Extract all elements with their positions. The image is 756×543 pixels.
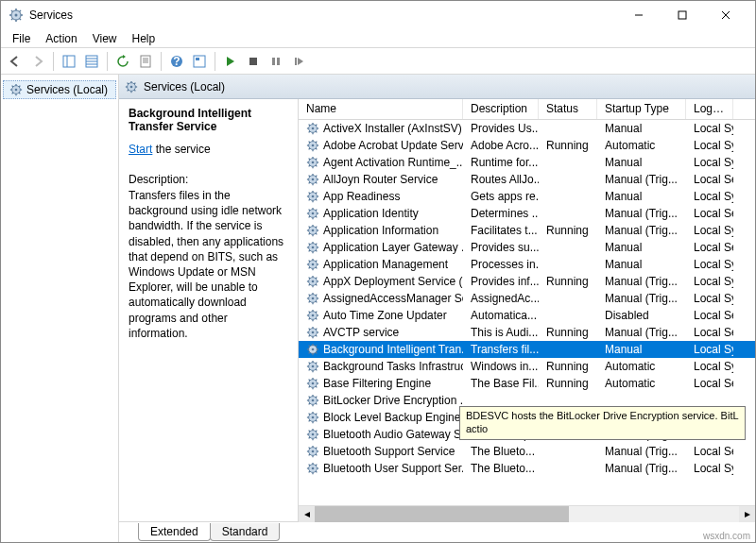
svg-rect-31 [295,58,297,65]
menu-action[interactable]: Action [38,30,84,47]
service-logon: Local Sy [694,139,733,152]
service-row[interactable]: Background Intelligent Tran...Transfers … [299,341,755,358]
service-row[interactable]: AllJoyn Router ServiceRoutes AllJo...Man… [299,171,755,188]
menu-file[interactable]: File [5,30,38,47]
service-logon: Local Sy [694,275,733,288]
service-name: Auto Time Zone Updater [323,309,447,322]
close-button[interactable] [704,1,747,29]
service-logon: Local Se [694,326,733,339]
service-row[interactable]: App ReadinessGets apps re...ManualLocal … [299,188,755,205]
service-name: Application Identity [323,207,419,220]
service-logon: Local Sy [694,258,733,271]
pause-service-button[interactable] [266,51,286,72]
service-row[interactable]: AVCTP serviceThis is Audi...RunningManua… [299,324,755,341]
service-description: The Blueto... [471,445,535,458]
service-row[interactable]: Auto Time Zone UpdaterAutomatica...Disab… [299,307,755,324]
start-service-link[interactable]: Start [129,143,152,156]
service-description: Transfers fil... [471,343,539,356]
tab-standard[interactable]: Standard [210,523,281,541]
service-row[interactable]: ActiveX Installer (AxInstSV)Provides Us.… [299,120,755,137]
gear-icon [306,139,319,152]
svg-rect-26 [194,56,205,67]
col-status[interactable]: Status [539,99,597,119]
service-name: Block Level Backup Engine ... [323,411,463,424]
svg-rect-28 [249,58,257,65]
tree-node-services-local[interactable]: Services (Local) [3,80,116,99]
forward-button[interactable] [27,51,48,72]
service-description: Facilitates t... [471,224,538,237]
window-title: Services [29,8,73,22]
tab-extended[interactable]: Extended [138,523,211,541]
service-startup-type: Manual (Trig... [605,462,678,475]
service-row[interactable]: Bluetooth User Support Ser...The Blueto.… [299,460,755,477]
service-logon: Local Sy [694,462,733,475]
col-startup-type[interactable]: Startup Type [597,99,686,119]
service-startup-type: Manual (Trig... [605,207,678,220]
back-button[interactable] [5,51,26,72]
service-row[interactable]: Base Filtering EngineThe Base Fil...Runn… [299,375,755,392]
service-startup-type: Manual [605,258,642,271]
service-row[interactable]: Adobe Acrobat Update Serv...Adobe Acro..… [299,137,755,154]
scroll-right-button[interactable]: ▸ [739,506,755,522]
service-startup-type: Automatic [605,139,655,152]
watermark: wsxdn.com [703,531,750,541]
stop-service-button[interactable] [243,51,264,72]
titlebar: Services [1,1,755,29]
service-logon: Local Sy [694,360,733,373]
scroll-thumb[interactable] [315,506,569,522]
properties-button[interactable] [135,51,156,72]
service-status: Running [546,139,589,152]
menu-view[interactable]: View [85,30,125,47]
service-startup-type: Manual (Trig... [605,275,678,288]
service-status: Running [546,377,589,390]
service-description: Provides Us... [471,122,539,135]
minimize-button[interactable] [617,1,661,29]
service-startup-type: Disabled [605,309,649,322]
service-row[interactable]: Background Tasks Infrastruc...Windows in… [299,358,755,375]
export-list-button[interactable] [81,51,102,72]
service-row[interactable]: Agent Activation Runtime_...Runtime for.… [299,154,755,171]
service-name: Agent Activation Runtime_... [323,156,463,169]
service-row[interactable]: Bluetooth Support ServiceThe Blueto...Ma… [299,443,755,460]
tree-node-label: Services (Local) [26,83,108,96]
maximize-button[interactable] [661,1,704,29]
scroll-left-button[interactable]: ◂ [299,506,315,522]
service-row[interactable]: Application InformationFacilitates t...R… [299,222,755,239]
gear-icon [306,462,319,475]
options-button[interactable] [189,51,210,72]
toolbar: ? [1,48,755,75]
show-hide-tree-button[interactable] [59,51,79,72]
horizontal-scrollbar[interactable]: ◂ ▸ [299,505,755,521]
help-button[interactable]: ? [166,51,187,72]
col-name[interactable]: Name [299,99,463,119]
service-logon: Local Se [694,377,733,390]
start-service-button[interactable] [220,51,241,72]
refresh-button[interactable] [112,51,133,72]
service-status: Running [546,326,589,339]
view-tabs: Extended Standard [119,521,755,542]
service-description: Processes in... [471,258,539,271]
service-description: Provides su... [471,241,539,254]
gear-icon [306,309,319,322]
col-logon-as[interactable]: Log On As [686,99,733,119]
service-description: Provides inf... [471,275,539,288]
service-row[interactable]: Application IdentityDetermines ...Manual… [299,205,755,222]
menu-help[interactable]: Help [125,30,163,47]
service-description: The Blueto... [471,462,535,475]
service-name: Bluetooth Audio Gateway S... [323,428,463,441]
service-row[interactable]: Application ManagementProcesses in...Man… [299,256,755,273]
service-name: Application Layer Gateway ... [323,241,463,254]
svg-rect-27 [196,58,199,60]
service-row[interactable]: AppX Deployment Service (...Provides inf… [299,273,755,290]
description-label: Description: [129,173,288,186]
col-description[interactable]: Description [463,99,539,119]
service-name: Application Management [323,258,448,271]
restart-service-button[interactable] [288,51,309,72]
service-startup-type: Automatic [605,377,655,390]
svg-rect-14 [63,56,75,67]
service-description: Gets apps re... [471,190,539,203]
service-row[interactable]: AssignedAccessManager Se...AssignedAc...… [299,290,755,307]
service-name: Background Tasks Infrastruc... [323,360,463,373]
service-row[interactable]: Application Layer Gateway ...Provides su… [299,239,755,256]
gear-icon [306,394,319,407]
